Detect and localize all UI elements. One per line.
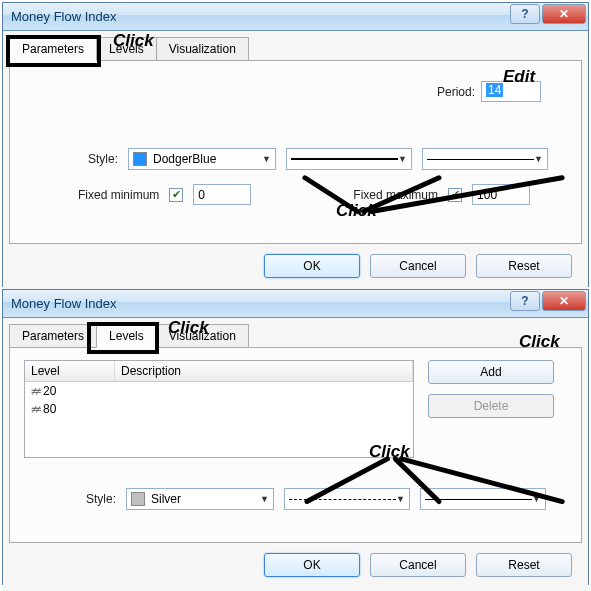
style-color-combo[interactable]: DodgerBlue ▼ [128, 148, 276, 170]
titlebar[interactable]: Money Flow Index ? ✕ [3, 3, 588, 31]
color-swatch-icon [133, 152, 147, 166]
close-button[interactable]: ✕ [542, 291, 586, 311]
style-label: Style: [76, 492, 116, 506]
tab-visualization[interactable]: Visualization [156, 37, 249, 61]
tab-content-parameters: Period: 14 Style: DodgerBlue ▼ ▼ [9, 60, 582, 244]
style-width-combo[interactable]: ▼ [420, 488, 546, 510]
button-bar: OK Cancel Reset [9, 244, 582, 284]
window-title: Money Flow Index [11, 9, 117, 24]
cancel-button[interactable]: Cancel [370, 254, 466, 278]
fixed-max-input[interactable] [472, 184, 530, 205]
button-bar: OK Cancel Reset [9, 543, 582, 583]
tab-content-levels: Level Description ≠≠ 20 [9, 347, 582, 543]
level-desc [115, 400, 127, 418]
level-line-icon: ≠≠ [31, 403, 39, 415]
window-title: Money Flow Index [11, 296, 117, 311]
style-color-combo[interactable]: Silver ▼ [126, 488, 274, 510]
tab-levels[interactable]: Levels [96, 37, 157, 61]
style-label: Style: [78, 152, 118, 166]
line-style-preview [291, 158, 398, 160]
level-desc [115, 382, 127, 400]
close-button[interactable]: ✕ [542, 4, 586, 24]
fixed-max-checkbox[interactable]: ✔ [448, 188, 462, 202]
style-line-combo[interactable]: ▼ [286, 148, 412, 170]
style-line-combo[interactable]: ▼ [284, 488, 410, 510]
tab-strip: Parameters Levels Visualization [9, 324, 582, 348]
levels-list[interactable]: Level Description ≠≠ 20 [24, 360, 414, 458]
fixed-min-checkbox[interactable]: ✔ [169, 188, 183, 202]
chevron-down-icon: ▼ [260, 494, 269, 504]
help-button[interactable]: ? [510, 291, 540, 311]
help-button[interactable]: ? [510, 4, 540, 24]
ok-button[interactable]: OK [264, 553, 360, 577]
list-item[interactable]: ≠≠ 80 [25, 400, 413, 418]
tab-parameters[interactable]: Parameters [9, 324, 97, 348]
style-color-name: Silver [151, 492, 181, 506]
chevron-down-icon: ▼ [262, 154, 271, 164]
dialog-body: Parameters Levels Visualization Period: … [3, 31, 588, 294]
ok-button[interactable]: OK [264, 254, 360, 278]
reset-button[interactable]: Reset [476, 553, 572, 577]
reset-button[interactable]: Reset [476, 254, 572, 278]
delete-button[interactable]: Delete [428, 394, 554, 418]
titlebar[interactable]: Money Flow Index ? ✕ [3, 290, 588, 318]
tab-visualization[interactable]: Visualization [156, 324, 249, 348]
level-value: 20 [43, 384, 56, 398]
chevron-down-icon: ▼ [396, 494, 405, 504]
line-width-preview [425, 499, 532, 500]
level-value: 80 [43, 402, 56, 416]
cancel-button[interactable]: Cancel [370, 553, 466, 577]
fixed-min-input[interactable] [193, 184, 251, 205]
period-value: 14 [486, 83, 503, 97]
chevron-down-icon: ▼ [398, 154, 407, 164]
style-width-combo[interactable]: ▼ [422, 148, 548, 170]
tab-levels[interactable]: Levels [96, 324, 157, 348]
line-width-preview [427, 159, 534, 160]
dialog-mfi-parameters: Money Flow Index ? ✕ Parameters Levels V… [2, 2, 589, 287]
list-header: Level Description [25, 361, 413, 382]
period-label: Period: [437, 85, 475, 99]
fixed-max-label: Fixed maximum [353, 188, 438, 202]
period-input[interactable]: 14 [481, 81, 541, 102]
add-button[interactable]: Add [428, 360, 554, 384]
col-description[interactable]: Description [115, 361, 413, 381]
chevron-down-icon: ▼ [532, 494, 541, 504]
level-line-icon: ≠≠ [31, 385, 39, 397]
list-item[interactable]: ≠≠ 20 [25, 382, 413, 400]
tab-parameters[interactable]: Parameters [9, 37, 97, 61]
style-color-name: DodgerBlue [153, 152, 216, 166]
chevron-down-icon: ▼ [534, 154, 543, 164]
dialog-mfi-levels: Money Flow Index ? ✕ Parameters Levels V… [2, 289, 589, 585]
fixed-min-label: Fixed minimum [78, 188, 159, 202]
tab-strip: Parameters Levels Visualization [9, 37, 582, 61]
color-swatch-icon [131, 492, 145, 506]
line-style-preview [289, 499, 396, 500]
col-level[interactable]: Level [25, 361, 115, 381]
dialog-body: Parameters Levels Visualization Level De… [3, 318, 588, 591]
